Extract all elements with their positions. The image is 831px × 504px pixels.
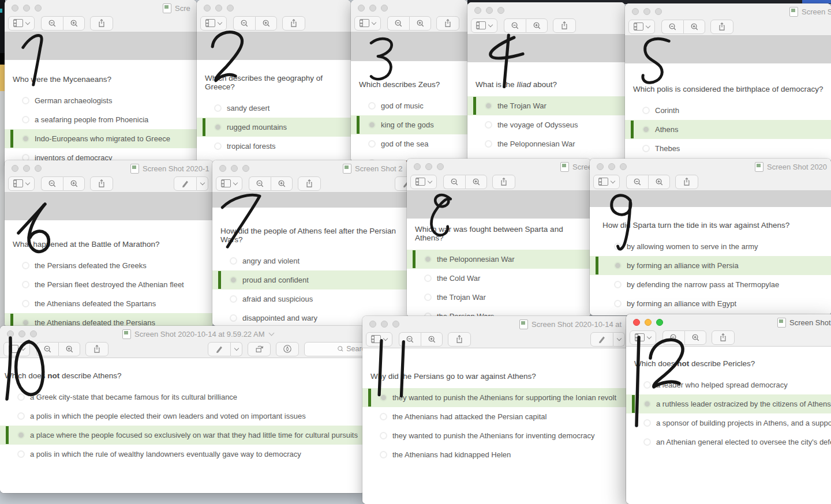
window-header[interactable] [351, 0, 467, 32]
traffic-lights[interactable] [219, 165, 249, 172]
zoom-in-button[interactable] [271, 176, 293, 191]
window-title[interactable]: Screen Shot 2020-10-14 at 9.59.22 AM [122, 329, 274, 339]
zoom-out-button[interactable] [662, 330, 684, 345]
close-button[interactable] [12, 5, 18, 12]
share-button[interactable] [710, 20, 733, 34]
sidebar-button[interactable] [216, 176, 242, 191]
markup-button[interactable] [208, 342, 231, 356]
minimize-button[interactable] [486, 7, 493, 14]
title-chevron-icon[interactable] [268, 330, 274, 336]
zoom-window-button[interactable] [35, 5, 42, 12]
preview-window-12[interactable]: Screen Shot Which does not describe Peri… [626, 314, 831, 504]
window-header[interactable]: Screen Shot 2 [212, 160, 407, 193]
window-titlebar[interactable] [197, 0, 351, 15]
traffic-lights[interactable] [414, 163, 444, 170]
window-titlebar[interactable]: Screen S [625, 3, 831, 18]
share-button[interactable] [90, 176, 113, 191]
close-button[interactable] [414, 163, 421, 170]
traffic-lights[interactable] [369, 321, 399, 328]
zoom-in-button[interactable] [421, 332, 443, 347]
markup-dropdown-button[interactable] [197, 176, 208, 191]
zoom-in-button[interactable] [465, 175, 487, 189]
window-header[interactable] [197, 0, 351, 32]
minimize-button[interactable] [608, 163, 615, 170]
zoom-window-button[interactable] [655, 8, 662, 15]
window-titlebar[interactable]: Screen Shot 2020 [590, 159, 831, 174]
zoom-out-button[interactable] [36, 342, 58, 356]
zoom-out-button[interactable] [661, 20, 683, 34]
zoom-window-button[interactable] [620, 163, 627, 170]
window-header[interactable]: Scree [407, 159, 590, 191]
zoom-out-button[interactable] [626, 175, 648, 189]
preview-window-3[interactable]: Which describes Zeus? god of music king … [351, 0, 467, 162]
preview-window-2[interactable]: Which describes the geography of Greece?… [197, 0, 351, 164]
window-titlebar[interactable]: Screen Shot 2020-10-14 at 9.59.22 AM [0, 326, 365, 341]
zoom-window-button[interactable] [227, 5, 234, 12]
sidebar-button[interactable] [593, 175, 620, 189]
minimize-button[interactable] [18, 330, 25, 337]
markup-dropdown-button[interactable] [231, 342, 242, 356]
zoom-window-button[interactable] [30, 330, 37, 337]
zoom-window-button[interactable] [392, 321, 399, 328]
share-button[interactable] [85, 342, 108, 356]
minimize-button[interactable] [643, 8, 650, 15]
preview-window-6[interactable]: Screen Shot 2020-1 What happened at the … [5, 160, 213, 327]
close-button[interactable] [7, 330, 14, 337]
search-input[interactable]: Search [304, 342, 365, 356]
window-header[interactable]: Screen Shot 2020-10-14 at 9.59.22 AM Sea… [0, 326, 365, 358]
traffic-lights[interactable] [597, 163, 627, 170]
close-button[interactable] [474, 7, 481, 14]
sidebar-button[interactable] [628, 20, 655, 34]
share-button[interactable] [282, 16, 305, 31]
sidebar-button[interactable] [8, 16, 35, 31]
zoom-in-button[interactable] [648, 175, 670, 189]
share-button[interactable] [675, 175, 698, 189]
sidebar-button[interactable] [200, 16, 227, 31]
share-button[interactable] [436, 16, 459, 31]
traffic-lights[interactable] [633, 319, 663, 326]
rotate-button[interactable] [248, 342, 271, 356]
close-button[interactable] [219, 165, 226, 172]
sidebar-button[interactable] [366, 332, 392, 347]
traffic-lights[interactable] [7, 330, 37, 337]
minimize-button[interactable] [369, 5, 376, 12]
zoom-window-button[interactable] [656, 319, 663, 326]
share-button[interactable] [448, 332, 471, 347]
zoom-window-button[interactable] [437, 163, 444, 170]
traffic-lights[interactable] [632, 8, 662, 15]
close-button[interactable] [633, 319, 640, 326]
window-header[interactable]: Screen Shot [626, 314, 831, 347]
sidebar-button[interactable] [3, 342, 30, 356]
preview-window-4[interactable]: What is the Iliad about? the Trojan War … [467, 2, 625, 161]
window-header[interactable]: Screen Shot 2020-1 [5, 160, 213, 193]
preview-window-8[interactable]: Scree Which war was fought between Spart… [407, 159, 590, 317]
close-button[interactable] [632, 8, 639, 15]
minimize-button[interactable] [425, 163, 432, 170]
zoom-in-button[interactable] [63, 176, 85, 191]
zoom-out-button[interactable] [399, 332, 421, 347]
smart-annotate-button[interactable] [276, 342, 299, 356]
preview-window-7[interactable]: Screen Shot 2 How did the people of Athe… [212, 160, 407, 326]
markup-button[interactable] [174, 176, 197, 191]
zoom-out-button[interactable] [443, 175, 465, 189]
zoom-in-button[interactable] [58, 342, 80, 356]
zoom-in-button[interactable] [409, 16, 431, 31]
window-titlebar[interactable]: Scre [5, 0, 197, 15]
window-titlebar[interactable]: Screen Shot 2020-1 [5, 160, 213, 175]
share-button[interactable] [553, 18, 576, 33]
close-button[interactable] [597, 163, 604, 170]
share-button[interactable] [90, 16, 113, 31]
zoom-in-button[interactable] [526, 18, 548, 33]
zoom-in-button[interactable] [684, 330, 706, 345]
share-button[interactable] [712, 330, 735, 345]
close-button[interactable] [369, 321, 376, 328]
zoom-out-button[interactable] [233, 16, 255, 31]
window-header[interactable]: Screen Shot 2020-10-14 at [362, 316, 632, 348]
traffic-lights[interactable] [474, 7, 504, 14]
traffic-lights[interactable] [12, 5, 42, 12]
window-titlebar[interactable] [351, 0, 467, 15]
close-button[interactable] [204, 5, 211, 12]
preview-window-10[interactable]: Screen Shot 2020-10-14 at 9.59.22 AM Sea… [0, 326, 365, 493]
zoom-out-button[interactable] [41, 16, 63, 31]
zoom-window-button[interactable] [242, 165, 249, 172]
